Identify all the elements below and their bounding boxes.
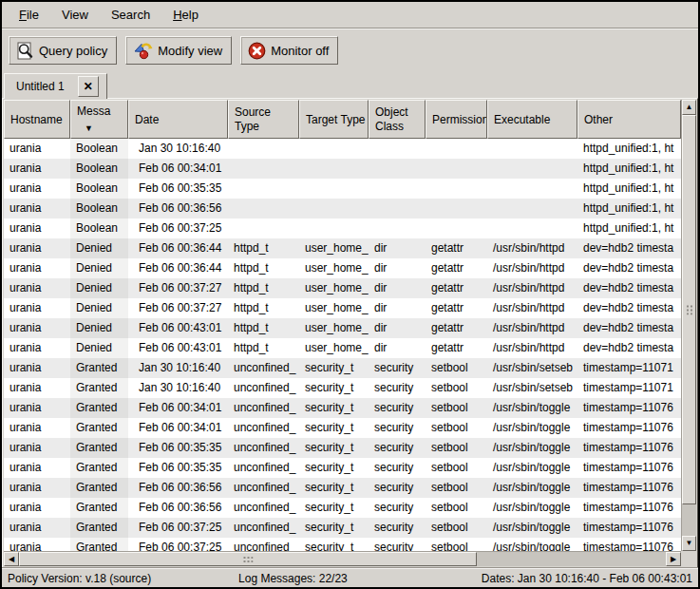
column-header-label: Date bbox=[135, 113, 159, 127]
thumb-grip-icon bbox=[686, 305, 693, 315]
table-cell: Boolean bbox=[70, 139, 128, 159]
table-row[interactable]: uraniaDeniedFeb 06 00:37:27httpd_tuser_h… bbox=[4, 278, 681, 298]
table-cell: Feb 06 00:34:01 bbox=[128, 398, 228, 418]
monitor-off-label: Monitor off bbox=[271, 44, 329, 58]
table-row[interactable]: uraniaGrantedJan 30 10:16:40unconfined_s… bbox=[4, 358, 681, 378]
column-header-hostname[interactable]: Hostname bbox=[4, 100, 70, 139]
table-cell: /usr/sbin/toggle bbox=[487, 498, 577, 518]
table-cell: urania bbox=[4, 378, 70, 398]
table-row[interactable]: uraniaBooleanFeb 06 00:37:25httpd_unifie… bbox=[4, 218, 681, 238]
table-row[interactable]: uraniaGrantedFeb 06 00:34:01unconfined_s… bbox=[4, 398, 681, 418]
menu-search[interactable]: Search bbox=[100, 4, 161, 26]
table-cell bbox=[299, 139, 369, 159]
tab-close-button[interactable]: ✕ bbox=[78, 76, 99, 97]
table-row[interactable]: uraniaBooleanFeb 06 00:35:35httpd_unifie… bbox=[4, 179, 681, 199]
menu-file[interactable]: File bbox=[8, 4, 50, 26]
table-row[interactable]: uraniaDeniedFeb 06 00:37:27httpd_tuser_h… bbox=[4, 298, 681, 318]
table-cell: /usr/sbin/toggle bbox=[487, 458, 577, 478]
column-header-executable[interactable]: Executable bbox=[487, 100, 577, 139]
table-cell: getattr bbox=[426, 278, 487, 298]
table-cell: urania bbox=[4, 278, 70, 298]
table-cell: timestamp=11076 bbox=[577, 398, 681, 418]
modify-view-button[interactable]: Modify view bbox=[125, 36, 232, 65]
table-cell: Feb 06 00:37:27 bbox=[128, 298, 228, 318]
scroll-down-arrow-icon[interactable]: ▼ bbox=[682, 536, 696, 551]
table-row[interactable]: uraniaGrantedFeb 06 00:35:35unconfined_s… bbox=[4, 458, 681, 478]
table-cell: urania bbox=[4, 218, 70, 238]
table-cell: httpd_t bbox=[228, 258, 299, 278]
table-cell: unconfined_ bbox=[228, 478, 299, 498]
horizontal-scrollbar-trough[interactable] bbox=[477, 552, 666, 566]
vertical-scrollbar[interactable]: ▲ ▼ bbox=[681, 100, 696, 551]
column-header-permission[interactable]: Permission bbox=[426, 100, 487, 139]
table-cell: dir bbox=[369, 238, 426, 258]
table-cell bbox=[487, 159, 577, 179]
column-header-messa[interactable]: Messa▼ bbox=[70, 100, 128, 139]
table-cell: Boolean bbox=[70, 199, 128, 218]
table-cell: timestamp=11076 bbox=[577, 538, 681, 551]
table-cell bbox=[426, 159, 487, 179]
scroll-right-arrow-icon[interactable]: ▶ bbox=[666, 552, 681, 566]
table-cell: /usr/sbin/httpd bbox=[487, 278, 577, 298]
table-row[interactable]: uraniaBooleanFeb 06 00:36:56httpd_unifie… bbox=[4, 199, 681, 218]
table-row[interactable]: uraniaBooleanJan 30 10:16:40httpd_unifie… bbox=[4, 139, 681, 159]
table-cell: security_t bbox=[299, 458, 369, 478]
horizontal-scrollbar[interactable]: ◀ ▶ bbox=[4, 551, 681, 566]
table-row[interactable]: uraniaGrantedFeb 06 00:36:56unconfined_s… bbox=[4, 478, 681, 498]
table-cell bbox=[369, 199, 426, 218]
scroll-up-arrow-icon[interactable]: ▲ bbox=[682, 100, 696, 115]
column-header-other[interactable]: Other bbox=[577, 100, 681, 139]
table-cell: security bbox=[369, 498, 426, 518]
table-row[interactable]: uraniaDeniedFeb 06 00:36:44httpd_tuser_h… bbox=[4, 238, 681, 258]
column-header-source-type[interactable]: Source Type bbox=[228, 100, 299, 139]
table-cell: dev=hdb2 timesta bbox=[577, 318, 681, 338]
table-cell: urania bbox=[4, 338, 70, 358]
menu-view[interactable]: View bbox=[50, 4, 100, 26]
table-cell: user_home_ bbox=[299, 238, 369, 258]
table-row[interactable]: uraniaGrantedFeb 06 00:35:35unconfined_s… bbox=[4, 438, 681, 458]
column-header-target-type[interactable]: Target Type bbox=[299, 100, 369, 139]
table-cell: httpd_t bbox=[228, 318, 299, 338]
table-cell: Feb 06 00:34:01 bbox=[128, 418, 228, 438]
column-header-date[interactable]: Date bbox=[128, 100, 228, 139]
query-policy-button[interactable]: Query policy bbox=[9, 36, 117, 65]
table-cell: /usr/sbin/httpd bbox=[487, 338, 577, 358]
table-row[interactable]: uraniaDeniedFeb 06 00:43:01httpd_tuser_h… bbox=[4, 318, 681, 338]
horizontal-scrollbar-thumb[interactable] bbox=[19, 552, 477, 566]
monitor-off-button[interactable]: Monitor off bbox=[240, 36, 338, 65]
table-row[interactable]: uraniaGrantedJan 30 10:16:40unconfined_s… bbox=[4, 378, 681, 398]
table-row[interactable]: uraniaGrantedFeb 06 00:37:25unconfined_s… bbox=[4, 538, 681, 551]
table-cell: getattr bbox=[426, 258, 487, 278]
table-row[interactable]: uraniaGrantedFeb 06 00:36:56unconfined_s… bbox=[4, 498, 681, 518]
table-cell: Granted bbox=[70, 458, 128, 478]
column-header-label: Executable bbox=[494, 113, 550, 127]
table-cell: /usr/sbin/toggle bbox=[487, 418, 577, 438]
vertical-scrollbar-trough[interactable] bbox=[682, 504, 696, 536]
table-cell: urania bbox=[4, 458, 70, 478]
table-cell: Denied bbox=[70, 338, 128, 358]
thumb-grip-icon bbox=[243, 556, 254, 563]
table-cell: urania bbox=[4, 238, 70, 258]
column-header-object-class[interactable]: Object Class bbox=[369, 100, 426, 139]
vertical-scrollbar-thumb[interactable] bbox=[682, 115, 696, 504]
table-cell: /usr/sbin/setseb bbox=[487, 358, 577, 378]
table-row[interactable]: uraniaGrantedFeb 06 00:34:01unconfined_s… bbox=[4, 418, 681, 438]
table-cell bbox=[228, 218, 299, 238]
table-row[interactable]: uraniaDeniedFeb 06 00:36:44httpd_tuser_h… bbox=[4, 258, 681, 278]
table-cell: /usr/sbin/toggle bbox=[487, 538, 577, 551]
table-row[interactable]: uraniaBooleanFeb 06 00:34:01httpd_unifie… bbox=[4, 159, 681, 179]
scroll-left-arrow-icon[interactable]: ◀ bbox=[4, 552, 19, 566]
menu-help[interactable]: Help bbox=[161, 4, 210, 26]
table-cell: unconfined_ bbox=[228, 518, 299, 538]
table-cell: dir bbox=[369, 338, 426, 358]
table-row[interactable]: uraniaGrantedFeb 06 00:37:25unconfined_s… bbox=[4, 518, 681, 538]
table-cell: Granted bbox=[70, 378, 128, 398]
table-cell: setbool bbox=[426, 518, 487, 538]
table-cell: timestamp=11076 bbox=[577, 498, 681, 518]
table-cell: security_t bbox=[299, 358, 369, 378]
table-row[interactable]: uraniaDeniedFeb 06 00:43:01httpd_tuser_h… bbox=[4, 338, 681, 358]
table-cell: Feb 06 00:43:01 bbox=[128, 318, 228, 338]
table-cell: Feb 06 00:36:56 bbox=[128, 199, 228, 218]
menu-bar: FileViewSearchHelp bbox=[2, 2, 698, 28]
tab-untitled-1[interactable]: Untitled 1 ✕ bbox=[4, 73, 107, 99]
